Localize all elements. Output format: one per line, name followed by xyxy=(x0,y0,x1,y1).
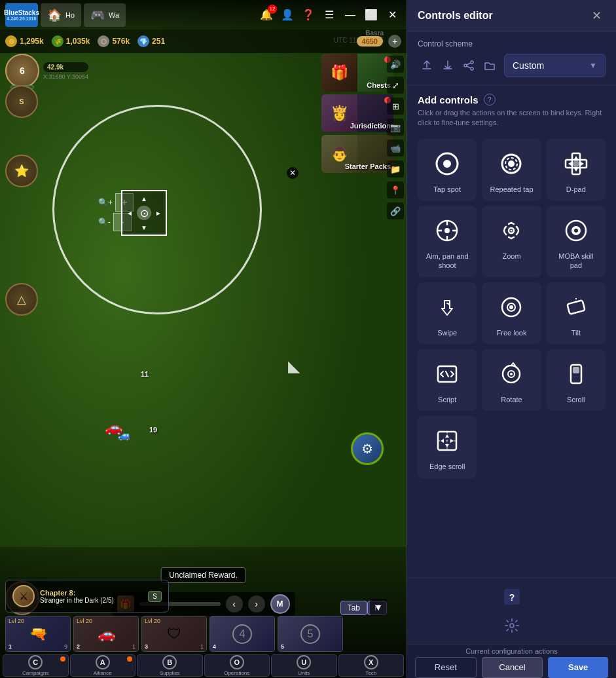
scheme-download-icon[interactable] xyxy=(439,56,457,75)
chapter-bar: ⚔ Chapter 8: Stranger in the Dark (2/5) … xyxy=(5,580,169,612)
hotbar-slot-5-key: 5 xyxy=(281,643,284,650)
toolbar-link-btn[interactable]: 🔗 xyxy=(387,202,404,219)
zoom-icon xyxy=(496,215,527,246)
keybind-tab-button[interactable]: Tab xyxy=(340,601,367,615)
notifications-icon[interactable]: 🔔 12 xyxy=(257,6,276,24)
panel-settings-icon[interactable] xyxy=(501,615,522,636)
hotbar-slot-1-key: 1 xyxy=(9,643,12,650)
close-side-panels-button[interactable]: ✕ xyxy=(287,167,299,179)
control-card-free-look[interactable]: Free look xyxy=(482,282,541,344)
toolbar-expand-btn[interactable]: ⤢ xyxy=(387,77,404,94)
moba-skill-pad-label: MOBA skill pad xyxy=(552,252,600,271)
pad-arrow-e[interactable]: ► xyxy=(151,206,166,220)
toolbar-video-btn[interactable]: 📹 xyxy=(387,140,404,157)
svg-point-10 xyxy=(573,160,579,167)
save-button[interactable]: Save xyxy=(548,657,608,678)
control-card-dpad[interactable]: D-pad xyxy=(547,139,606,200)
side-panel-starter-packs[interactable]: 👨 Starter Packs xyxy=(321,135,393,173)
chapter-start-button[interactable]: S xyxy=(148,591,162,602)
hotbar-slot-3-count: 1 xyxy=(200,643,204,650)
scheme-dropdown[interactable]: Custom ▼ xyxy=(504,54,606,77)
maximize-icon[interactable]: ⬜ xyxy=(362,6,380,24)
nav-btn-units[interactable]: U Units xyxy=(271,654,337,677)
control-card-zoom[interactable]: Zoom xyxy=(482,206,541,277)
scheme-share-icon[interactable] xyxy=(460,56,478,75)
nav-btn-campaigns[interactable]: C Campaigns xyxy=(3,654,69,677)
control-card-tilt[interactable]: Tilt xyxy=(547,282,606,344)
panel-help-icon[interactable]: ? xyxy=(501,586,522,607)
nav-btn-tech[interactable]: X Tech xyxy=(338,654,405,677)
special-action-button[interactable]: ⚙ xyxy=(351,432,384,465)
control-pad[interactable]: ▲ ◄ ⊙ ► ▼ xyxy=(121,190,167,236)
control-card-swipe[interactable]: Swipe xyxy=(418,282,477,344)
control-card-edge-scroll[interactable]: Edge scroll xyxy=(418,416,477,478)
resource-gold: ⚙ 1,295k xyxy=(5,35,44,47)
bottom-chevron[interactable]: ▼ xyxy=(370,599,387,616)
action-button-s[interactable]: S xyxy=(5,85,38,118)
nav-label-supplies: Supplies xyxy=(160,670,180,676)
action-button-arrow-up[interactable]: △ xyxy=(5,283,38,316)
nav-btn-alliance[interactable]: A Alliance xyxy=(70,654,136,677)
menu-icon[interactable]: ☰ xyxy=(320,6,338,24)
nav-btn-operations[interactable]: O Operations xyxy=(204,654,270,677)
controls-editor-close-button[interactable]: ✕ xyxy=(587,7,606,25)
pad-arrow-n[interactable]: ▲ xyxy=(137,191,151,206)
scheme-row: Custom ▼ xyxy=(418,54,606,77)
add-controls-help-icon[interactable]: ? xyxy=(484,94,496,105)
toolbar-grid-btn[interactable]: ⊞ xyxy=(387,98,404,115)
side-panel-chests[interactable]: 🎁 Chests xyxy=(321,54,393,92)
pad-center[interactable]: ⊙ xyxy=(137,206,151,220)
hotbar-slot-1-icon: 🔫 xyxy=(29,626,47,643)
app-tab-game[interactable]: 🎮 Wa xyxy=(84,3,126,27)
top-bar: BlueStacks 4.240.20.1016 🏠 Ho 🎮 Wa 🔔 12 … xyxy=(0,0,407,29)
app-tab-home[interactable]: 🏠 Ho xyxy=(41,3,81,27)
nav-label-operations: Operations xyxy=(224,670,249,676)
cancel-button[interactable]: Cancel xyxy=(482,657,543,678)
reward-m-button[interactable]: M xyxy=(270,594,290,614)
add-controls-header: Add controls ? xyxy=(418,94,606,105)
toolbar-location-btn[interactable]: 📍 xyxy=(387,181,404,198)
scheme-upload-icon[interactable] xyxy=(418,56,436,75)
add-resource-button[interactable]: + xyxy=(388,35,401,48)
pad-arrow-w[interactable]: ◄ xyxy=(122,206,137,220)
close-icon[interactable]: ✕ xyxy=(383,6,401,24)
profile-icon[interactable]: 👤 xyxy=(278,6,297,24)
control-card-moba-skill-pad[interactable]: MOBA skill pad xyxy=(547,206,606,277)
toolbar-folder-btn[interactable]: 📁 xyxy=(387,160,404,178)
toolbar-volume-btn[interactable]: 🔊 xyxy=(387,56,404,73)
resources-bar-right: 4650 + xyxy=(357,35,401,48)
help-icon[interactable]: ❓ xyxy=(299,6,317,24)
aim-pan-shoot-label: Aim, pan and shoot xyxy=(423,252,471,271)
svg-point-0 xyxy=(471,61,473,64)
control-card-script[interactable]: Script xyxy=(418,349,477,411)
nav-letter-x: X xyxy=(364,655,378,669)
hotbar-slot-5[interactable]: 5 5 xyxy=(278,616,343,652)
side-panel-jurisdiction[interactable]: 👸 Jurisdiction xyxy=(321,94,393,132)
hotbar-slot-2[interactable]: Lvl 20 🚗 2 1 xyxy=(73,616,139,652)
alliance-dot xyxy=(127,656,132,662)
script-icon xyxy=(431,358,463,390)
control-card-repeated-tap[interactable]: Repeated tap xyxy=(482,139,541,200)
scheme-folder-icon[interactable] xyxy=(480,56,499,75)
toolbar-screenshot-btn[interactable]: 📷 xyxy=(387,119,404,136)
control-card-tap-spot[interactable]: Tap spot xyxy=(418,139,477,200)
control-card-scroll[interactable]: Scroll xyxy=(547,349,606,411)
action-button-rank[interactable]: ⭐ xyxy=(5,155,38,187)
hotbar-slot-4[interactable]: 4 4 xyxy=(209,616,275,652)
hotbar-slot-3[interactable]: Lvl 20 🛡 3 1 xyxy=(141,616,207,652)
control-card-aim-pan-shoot[interactable]: Aim, pan and shoot xyxy=(418,206,477,277)
hotbar-slot-3-level: Lvl 20 xyxy=(145,618,160,624)
player-power: 42.9k xyxy=(43,62,88,72)
svg-marker-14 xyxy=(581,162,584,166)
resources-bar: ⚙ 1,295k 🌾 1,035k ⬡ 576k 💎 251 4650 + xyxy=(0,29,407,53)
minimize-icon[interactable]: — xyxy=(341,6,359,24)
reset-button[interactable]: Reset xyxy=(415,657,477,678)
hotbar: Lvl 20 🔫 1 9 Lvl 20 🚗 2 1 Lvl 20 🛡 3 1 xyxy=(0,616,407,652)
control-card-rotate[interactable]: Rotate xyxy=(482,349,541,411)
pad-arrow-s[interactable]: ▼ xyxy=(137,220,151,235)
reward-prev-button[interactable]: ‹ xyxy=(226,595,243,612)
reward-next-button[interactable]: › xyxy=(248,595,265,612)
hotbar-slot-1[interactable]: Lvl 20 🔫 1 9 xyxy=(5,616,71,652)
hotbar-slot-1-count: 9 xyxy=(64,643,67,650)
nav-btn-supplies[interactable]: B Supplies xyxy=(137,654,203,677)
